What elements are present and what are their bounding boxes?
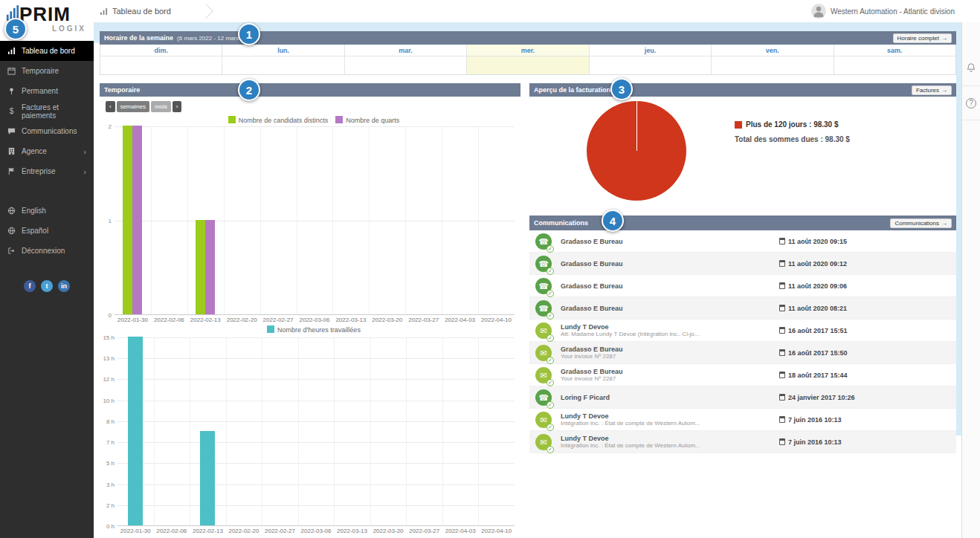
schedule-cell[interactable]: [834, 56, 955, 74]
communication-date: 16 août 2017 15:50: [779, 349, 848, 357]
x-axis-tick-label: 2022-03-27: [406, 528, 442, 534]
schedule-cell[interactable]: [590, 56, 711, 74]
pie-slice-divider: [636, 101, 637, 151]
communication-row[interactable]: ☎✓Loring F Picard24 janvier 2017 10:26: [529, 386, 956, 409]
gridline-horizontal: [117, 358, 515, 359]
communications-button[interactable]: Communications→: [890, 218, 952, 228]
sidebar-item-tableau-de-bord[interactable]: Tableau de bord: [0, 41, 94, 61]
sidebar-item-english[interactable]: English: [0, 201, 94, 221]
communication-row[interactable]: ✉✓Gradasso E BureauYour invoice Nº 22871…: [529, 364, 956, 386]
question-icon: ?: [966, 98, 976, 108]
sidebar-item-agence[interactable]: Agence›: [0, 141, 94, 161]
schedule-cell[interactable]: [100, 56, 222, 74]
calendar-icon: [779, 327, 785, 334]
temporaire-panel: Temporaire ‹ semaines mois › Nombre de c…: [100, 83, 520, 538]
gridline-vertical: [226, 337, 227, 525]
y-axis-tick-label: 15 h: [103, 334, 115, 341]
twitter-icon[interactable]: t: [41, 280, 53, 292]
y-axis-tick-label: 1: [109, 218, 112, 224]
x-axis-tick-label: 2022-04-03: [442, 317, 478, 323]
schedule-column-mer: mer.: [466, 45, 588, 74]
sidebar-item-entreprise[interactable]: Entreprise›: [0, 161, 94, 181]
x-axis-tick-label: 2022-02-06: [151, 317, 187, 323]
legend-swatch: [228, 116, 236, 123]
schedule-week-table: dim.lun.mar.mer.jeu.ven.sam.: [100, 45, 956, 75]
communication-row[interactable]: ✉✓Lundy T DevoeAtt: Madame Lundy T Devoe…: [529, 320, 956, 342]
x-axis-tick-label: 2022-02-20: [224, 317, 260, 323]
phone-icon: ☎✓: [535, 300, 552, 317]
sidebar-item-temporaire[interactable]: Temporaire: [0, 61, 94, 81]
communication-date: 7 juin 2016 10:13: [779, 416, 842, 424]
communication-row[interactable]: ☎✓Gradasso E Bureau11 août 2020 09:06: [529, 275, 956, 297]
gridline-horizontal: [115, 126, 515, 127]
communication-date: 11 août 2020 08:21: [779, 305, 847, 312]
toggle-months-button[interactable]: mois: [151, 101, 171, 112]
billing-pie-chart: [587, 101, 686, 201]
linkedin-icon[interactable]: in: [58, 280, 70, 292]
communication-row[interactable]: ✉✓Gradasso E BureauYour invoice Nº 22871…: [529, 342, 956, 364]
user-menu[interactable]: Western Automation - Atlantic division: [811, 0, 955, 22]
help-button[interactable]: ?: [962, 86, 980, 120]
sidebar-item-label: Agence: [22, 147, 47, 155]
gridline-horizontal: [117, 505, 515, 506]
schedule-cell[interactable]: [222, 56, 344, 74]
phone-icon: ☎✓: [535, 278, 552, 294]
check-icon: ✓: [547, 446, 554, 453]
x-axis-tick-label: 2022-03-20: [369, 317, 405, 323]
communication-date: 11 août 2020 09:06: [779, 282, 847, 290]
calendar-icon: [779, 416, 785, 423]
communication-row[interactable]: ☎✓Gradasso E Bureau11 août 2020 09:15: [529, 230, 956, 253]
next-period-button[interactable]: ›: [173, 101, 182, 112]
contact-name: Lundy T Devoe: [561, 412, 764, 420]
communication-date: 16 août 2017 15:51: [779, 327, 848, 334]
communication-row[interactable]: ✉✓Lundy T DevoeIntégration inc. : État d…: [529, 431, 956, 453]
bar: [128, 337, 143, 525]
check-icon: ✓: [547, 424, 554, 431]
communication-subject: Intégration inc. : État de compte de Wes…: [561, 442, 764, 449]
annotation-badge-2: 2: [238, 79, 260, 101]
sidebar-item-permanent[interactable]: Permanent: [0, 81, 94, 101]
sidebar-item-espa-ol[interactable]: Español: [0, 221, 94, 241]
y-axis-tick-label: 3 h: [106, 481, 115, 487]
communication-row[interactable]: ☎✓Gradasso E Bureau11 août 2020 08:21: [529, 297, 956, 320]
schedule-panel: Horaire de la semaine(6 mars 2022 - 12 m…: [100, 31, 956, 75]
billing-title: Aperçu de la facturation: [534, 86, 610, 94]
sidebar-item-factures-et-paiements[interactable]: $Factures et paiements: [0, 101, 94, 121]
schedule-cell[interactable]: [467, 56, 588, 74]
check-icon: ✓: [547, 290, 554, 297]
x-axis-tick-label: 2022-02-13: [187, 317, 224, 323]
x-axis-tick-label: 2022-03-13: [334, 528, 370, 534]
temporaire-panel-header: Temporaire: [100, 83, 520, 97]
communication-row[interactable]: ☎✓Gradasso E Bureau11 août 2020 09:12: [529, 253, 956, 275]
gridline-vertical: [190, 337, 190, 525]
invoices-button[interactable]: Factures→: [912, 85, 952, 95]
contact-name: Gradasso E Bureau: [561, 238, 764, 245]
sidebar-item-communications[interactable]: Communications: [0, 121, 94, 141]
email-icon: ✉✓: [535, 367, 552, 383]
notifications-button[interactable]: [962, 52, 980, 86]
logo-text-prim: PRIM: [19, 4, 71, 25]
sidebar-item-d-connexion[interactable]: Déconnexion: [0, 241, 94, 261]
gridline-horizontal: [117, 379, 515, 380]
globe-icon: [7, 207, 16, 215]
breadcrumb[interactable]: Tableau de bord: [100, 0, 211, 22]
period-controls: ‹ semaines mois ›: [106, 101, 181, 112]
toggle-weeks-button[interactable]: semaines: [117, 101, 149, 112]
legend-swatch: [735, 121, 742, 129]
x-axis-tick-label: 2022-02-13: [190, 528, 226, 534]
contact-name: Gradasso E Bureau: [561, 346, 764, 353]
svg-text:$: $: [10, 107, 14, 115]
contact-name: Lundy T Devoe: [561, 323, 764, 331]
full-schedule-button[interactable]: Horaire complet→: [893, 33, 952, 43]
legend-label: Nombre de candidats distincts: [239, 117, 329, 124]
calendar-icon: [779, 238, 785, 244]
contact-name: Gradasso E Bureau: [561, 260, 764, 268]
facebook-icon[interactable]: f: [24, 280, 36, 292]
schedule-cell[interactable]: [712, 56, 833, 74]
check-icon: ✓: [547, 245, 554, 253]
schedule-cell[interactable]: [345, 56, 466, 74]
previous-period-button[interactable]: ‹: [106, 101, 115, 112]
communication-row[interactable]: ✉✓Lundy T DevoeIntégration inc. : État d…: [529, 409, 956, 431]
x-axis-tick-label: 2022-02-06: [154, 528, 190, 534]
billing-panel: Aperçu de la facturation Factures→ Plus …: [529, 83, 956, 214]
